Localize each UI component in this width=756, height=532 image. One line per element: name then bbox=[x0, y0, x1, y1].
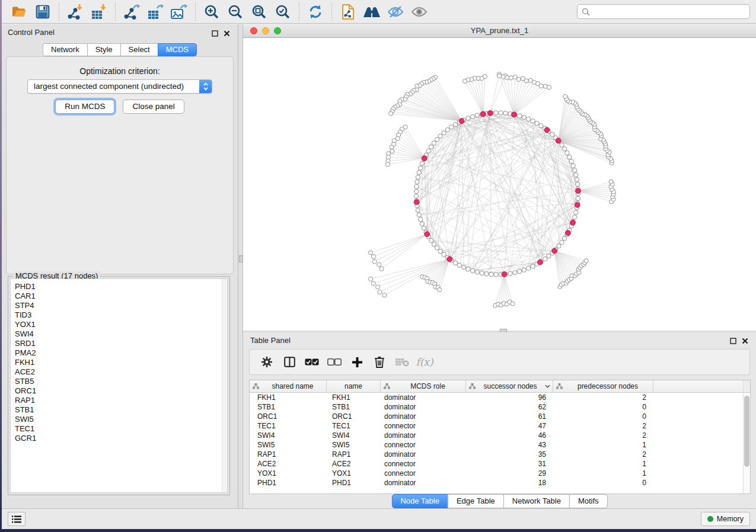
vertical-splitter[interactable] bbox=[238, 24, 243, 508]
scrollbar-thumb[interactable] bbox=[744, 396, 749, 467]
table-tab-edge-table[interactable]: Edge Table bbox=[448, 494, 504, 508]
run-mcds-button[interactable]: Run MCDS bbox=[55, 100, 114, 114]
import-table-icon[interactable] bbox=[89, 3, 109, 21]
list-item[interactable]: TEC1 bbox=[11, 424, 227, 434]
cell: PHD1 bbox=[250, 479, 327, 487]
table-row[interactable]: SWI4SWI4dominator462 bbox=[250, 431, 750, 440]
float-table-panel-icon[interactable] bbox=[730, 336, 738, 344]
list-item[interactable]: SWI5 bbox=[11, 415, 227, 424]
deselect-all-rows-icon[interactable] bbox=[327, 354, 342, 370]
select-all-rows-icon[interactable] bbox=[304, 354, 320, 370]
list-item[interactable]: PMA2 bbox=[11, 348, 227, 358]
zoom-out-icon[interactable] bbox=[225, 3, 245, 21]
table-tab-motifs[interactable]: Motifs bbox=[569, 494, 608, 508]
column-header-shared-name[interactable]: shared name bbox=[250, 380, 327, 392]
table-row[interactable]: YOX1YOX1connector291 bbox=[250, 469, 750, 478]
list-item[interactable]: ACE2 bbox=[11, 367, 227, 377]
cell: ACE2 bbox=[327, 460, 381, 468]
list-item[interactable]: STP4 bbox=[11, 301, 227, 310]
table-row[interactable]: TEC1TEC1connector472 bbox=[250, 421, 750, 431]
column-header-predecessor-nodes[interactable]: predecessor nodes bbox=[553, 380, 653, 392]
list-item[interactable]: STB5 bbox=[11, 377, 227, 386]
table-settings-icon[interactable] bbox=[259, 354, 275, 370]
refresh-view-icon[interactable] bbox=[305, 3, 326, 21]
toolbar-separator bbox=[115, 3, 116, 21]
network-from-document-icon[interactable] bbox=[338, 3, 358, 21]
memory-button[interactable]: Memory bbox=[701, 512, 750, 526]
list-item[interactable]: RAP1 bbox=[11, 396, 227, 405]
cell: dominator bbox=[381, 450, 466, 459]
table-row[interactable]: FKH1FKH1dominator962 bbox=[250, 393, 750, 402]
hide-graphics-details-icon[interactable] bbox=[385, 3, 406, 21]
zoom-selected-icon[interactable] bbox=[273, 3, 293, 21]
export-table-icon[interactable] bbox=[145, 3, 165, 21]
list-scrollbar[interactable] bbox=[222, 279, 227, 492]
list-item[interactable]: YOX1 bbox=[11, 320, 227, 329]
table-panel: Table Panel f(x) shared namenameMCDS rol… bbox=[243, 332, 756, 508]
list-item[interactable]: CAR1 bbox=[11, 291, 227, 301]
table-tab-network-table[interactable]: Network Table bbox=[503, 494, 570, 508]
close-panel-icon[interactable] bbox=[224, 28, 232, 37]
cell: FKH1 bbox=[327, 393, 381, 402]
table-tab-node-table[interactable]: Node Table bbox=[391, 494, 448, 508]
splitter-grip[interactable] bbox=[239, 255, 243, 262]
network-window-titlebar[interactable]: YPA_prune.txt_1 bbox=[243, 24, 756, 38]
network-canvas[interactable] bbox=[243, 38, 756, 331]
criterion-select-value: largest connected component (undirected) bbox=[28, 80, 199, 93]
list-item[interactable]: GCR1 bbox=[11, 434, 227, 443]
save-session-icon[interactable] bbox=[33, 3, 53, 21]
cell: 2 bbox=[553, 450, 653, 459]
task-history-button[interactable] bbox=[8, 512, 25, 526]
list-item[interactable]: STB1 bbox=[11, 405, 227, 415]
import-network-icon[interactable] bbox=[65, 3, 85, 21]
add-column-icon[interactable] bbox=[349, 354, 365, 370]
close-panel-button[interactable]: Close panel bbox=[123, 100, 184, 114]
toolbar-separator bbox=[299, 3, 300, 21]
list-item[interactable]: TID3 bbox=[11, 310, 227, 320]
table-row[interactable]: RAP1RAP1dominator352 bbox=[250, 450, 750, 459]
criterion-select[interactable]: largest connected component (undirected) bbox=[27, 79, 212, 94]
list-item[interactable]: FKH1 bbox=[11, 358, 227, 367]
network-search-field[interactable] bbox=[577, 4, 750, 19]
desktop: Control Panel NetworkStyleSelectMCDS Opt… bbox=[0, 0, 756, 532]
table-row[interactable]: SWI5SWI5connector431 bbox=[250, 440, 750, 450]
mcds-result-list[interactable]: PHD1CAR1STP4TID3YOX1SWI4SRD1PMA2FKH1ACE2… bbox=[10, 278, 228, 493]
tab-mcds[interactable]: MCDS bbox=[158, 43, 197, 56]
search-input[interactable] bbox=[592, 5, 749, 18]
list-item[interactable]: SRD1 bbox=[11, 339, 227, 348]
column-header-MCDS-role[interactable]: MCDS role bbox=[381, 380, 466, 392]
list-item[interactable]: ORC1 bbox=[11, 386, 227, 396]
table-row[interactable]: PHD1PHD1dominator180 bbox=[250, 478, 750, 488]
cell: TEC1 bbox=[250, 422, 327, 430]
table-row[interactable]: ACE2ACE2connector311 bbox=[250, 459, 750, 469]
node-table[interactable]: shared namenameMCDS rolesuccessor nodesp… bbox=[249, 380, 751, 494]
close-table-panel-icon[interactable] bbox=[742, 336, 750, 344]
column-header-successor-nodes[interactable]: successor nodes bbox=[466, 380, 553, 392]
open-file-icon[interactable] bbox=[9, 3, 29, 21]
export-network-icon[interactable] bbox=[122, 3, 142, 21]
toolbar-separator bbox=[331, 3, 333, 21]
show-graphics-details-icon[interactable] bbox=[409, 3, 429, 21]
cell: 1 bbox=[553, 469, 653, 477]
tab-select[interactable]: Select bbox=[120, 43, 158, 56]
export-image-icon[interactable] bbox=[169, 3, 189, 21]
table-scrollbar[interactable] bbox=[743, 380, 750, 493]
cell: 31 bbox=[466, 460, 553, 468]
zoom-fit-icon[interactable] bbox=[249, 3, 269, 21]
table-row[interactable]: STB1STB1dominator620 bbox=[250, 402, 750, 412]
cell: 47 bbox=[466, 422, 553, 430]
tab-network[interactable]: Network bbox=[43, 43, 88, 56]
show-columns-icon[interactable] bbox=[282, 354, 297, 370]
zoom-in-icon[interactable] bbox=[202, 3, 222, 21]
list-item[interactable]: SWI4 bbox=[11, 329, 227, 339]
column-header-name[interactable]: name bbox=[327, 380, 381, 392]
network-window-title: YPA_prune.txt_1 bbox=[243, 24, 756, 37]
delete-columns-icon[interactable] bbox=[372, 354, 387, 370]
table-row[interactable]: ORC1ORC1dominator610 bbox=[250, 412, 750, 421]
list-item[interactable]: PHD1 bbox=[11, 282, 227, 291]
table-panel-title: Table Panel bbox=[250, 336, 291, 345]
float-panel-icon[interactable] bbox=[212, 28, 220, 37]
tab-style[interactable]: Style bbox=[87, 43, 121, 56]
search-binoculars-icon[interactable] bbox=[362, 3, 382, 21]
network-graph[interactable] bbox=[243, 38, 756, 331]
